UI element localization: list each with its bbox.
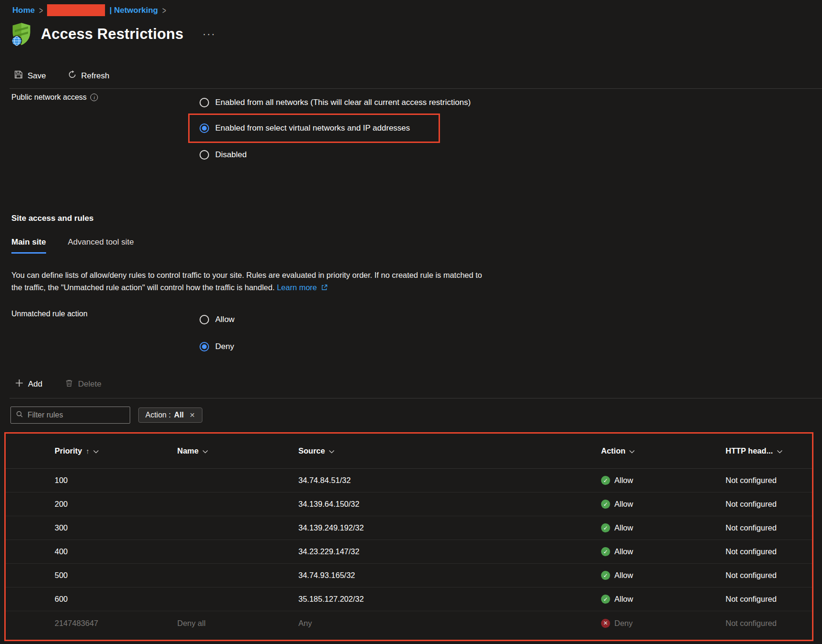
check-circle-icon: ✓ xyxy=(601,523,610,532)
plus-icon xyxy=(15,379,23,389)
rules-description: You can define lists of allow/deny rules… xyxy=(11,269,482,294)
radio-selected-icon xyxy=(200,342,209,351)
shield-globe-icon xyxy=(10,22,32,47)
unmatched-rule-action-label: Unmatched rule action xyxy=(11,310,87,318)
breadcrumb-home[interactable]: Home xyxy=(12,6,35,15)
remove-filter-icon[interactable]: ✕ xyxy=(190,411,195,419)
table-row-deny-all[interactable]: 2147483647 Deny all Any ✕Deny Not config… xyxy=(6,611,812,635)
breadcrumb-networking[interactable]: | Networking xyxy=(109,6,158,15)
chevron-down-icon xyxy=(629,450,635,454)
action-filter-pill[interactable]: Action : All ✕ xyxy=(138,407,202,423)
learn-more-link[interactable]: Learn more xyxy=(277,283,317,292)
sort-ascending-icon: ↑ xyxy=(86,447,90,455)
rules-command-bar: Add Delete xyxy=(15,379,101,389)
breadcrumb-chevron: > xyxy=(162,5,166,15)
public-network-access-label: Public network access i xyxy=(11,93,98,102)
table-header-row: Priority ↑ Name Source Action HTTP head.… xyxy=(6,434,812,469)
page-header: Access Restrictions ··· xyxy=(10,22,216,47)
radio-selected-icon xyxy=(200,123,209,133)
column-header-priority[interactable]: Priority ↑ xyxy=(55,446,177,455)
resource-name-redaction xyxy=(47,4,105,16)
trash-icon xyxy=(65,379,73,389)
selected-option-highlight: Enabled from select virtual networks and… xyxy=(188,114,440,143)
refresh-button[interactable]: Refresh xyxy=(68,70,110,81)
table-row[interactable]: 400 34.23.229.147/32 ✓Allow Not configur… xyxy=(6,540,812,564)
search-icon xyxy=(16,410,23,420)
table-row[interactable]: 200 34.139.64.150/32 ✓Allow Not configur… xyxy=(6,492,812,516)
chevron-down-icon xyxy=(777,450,783,454)
chevron-down-icon xyxy=(93,450,99,454)
check-circle-icon: ✓ xyxy=(601,547,610,556)
table-row[interactable]: 500 34.74.93.165/32 ✓Allow Not configure… xyxy=(6,564,812,587)
add-rule-button[interactable]: Add xyxy=(15,379,42,389)
check-circle-icon: ✓ xyxy=(601,571,610,580)
radio-option-enabled-all-networks[interactable]: Enabled from all networks (This will cle… xyxy=(200,97,532,108)
radio-option-disabled[interactable]: Disabled xyxy=(200,149,532,161)
access-restrictions-page: Home > | Networking > Access Restriction… xyxy=(0,0,822,644)
radio-option-enabled-select-networks[interactable]: Enabled from select virtual networks and… xyxy=(200,123,434,134)
delete-rule-button[interactable]: Delete xyxy=(65,379,101,389)
table-row[interactable]: 100 34.74.84.51/32 ✓Allow Not configured xyxy=(6,469,812,492)
page-title: Access Restrictions xyxy=(41,26,183,43)
command-bar: Save Refresh xyxy=(14,70,109,81)
column-header-action[interactable]: Action xyxy=(601,446,726,455)
rules-table-highlight: Priority ↑ Name Source Action HTTP head.… xyxy=(4,432,813,641)
tab-main-site[interactable]: Main site xyxy=(11,237,46,254)
info-icon[interactable]: i xyxy=(90,94,98,101)
external-link-icon xyxy=(321,282,328,294)
check-circle-icon: ✓ xyxy=(601,500,610,509)
radio-unselected-icon xyxy=(200,98,209,107)
table-row[interactable]: 300 34.139.249.192/32 ✓Allow Not configu… xyxy=(6,516,812,540)
check-circle-icon: ✓ xyxy=(601,476,610,485)
column-header-source[interactable]: Source xyxy=(298,446,601,455)
refresh-icon xyxy=(68,70,76,81)
divider xyxy=(10,88,822,89)
filter-rules-input[interactable] xyxy=(28,411,125,419)
site-access-tabs: Main site Advanced tool site xyxy=(11,237,134,254)
more-options-button[interactable]: ··· xyxy=(202,32,216,37)
radio-option-deny[interactable]: Deny xyxy=(200,341,235,352)
radio-unselected-icon xyxy=(200,150,209,160)
radio-unselected-icon xyxy=(200,315,209,324)
tab-advanced-tool-site[interactable]: Advanced tool site xyxy=(68,237,134,254)
chevron-down-icon xyxy=(202,450,208,454)
divider xyxy=(10,398,822,398)
table-row[interactable]: 600 35.185.127.202/32 ✓Allow Not configu… xyxy=(6,587,812,611)
unmatched-rule-radio-group: Allow Deny xyxy=(200,314,235,352)
breadcrumb: Home > | Networking > xyxy=(12,4,166,16)
public-network-access-radio-group: Enabled from all networks (This will cle… xyxy=(200,97,532,161)
column-header-http-header[interactable]: HTTP head... xyxy=(726,446,812,455)
radio-option-allow[interactable]: Allow xyxy=(200,314,235,325)
save-button[interactable]: Save xyxy=(14,70,46,81)
column-header-name[interactable]: Name xyxy=(177,446,298,455)
check-circle-icon: ✓ xyxy=(601,595,610,604)
x-circle-icon: ✕ xyxy=(601,619,610,628)
filter-rules-box xyxy=(10,407,130,424)
breadcrumb-chevron: > xyxy=(39,5,43,15)
chevron-down-icon xyxy=(329,450,335,454)
floppy-disk-icon xyxy=(14,70,23,81)
site-access-heading: Site access and rules xyxy=(11,214,94,223)
